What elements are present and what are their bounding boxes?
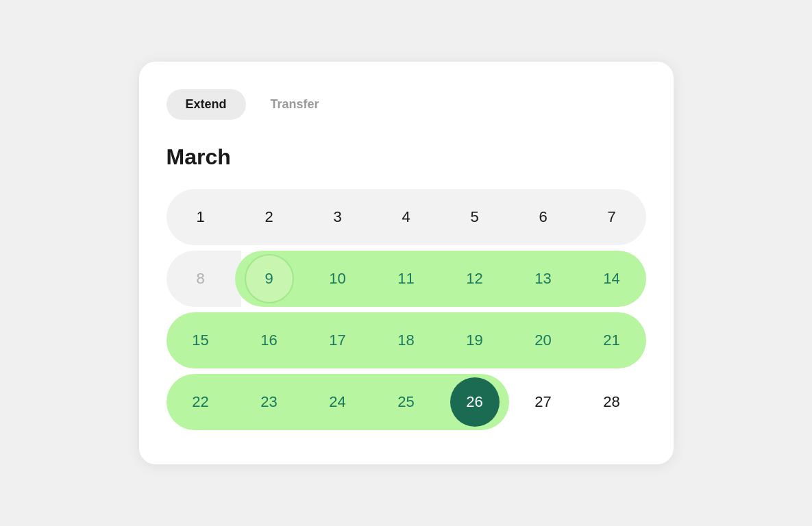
week-row-2: 8 9 10 11 12 13 14 xyxy=(167,251,646,307)
tab-transfer[interactable]: Transfer xyxy=(251,89,339,120)
week-row-4: 22 23 24 25 26 27 28 xyxy=(167,374,646,430)
week-row-1: 1 2 3 4 5 6 7 xyxy=(167,189,646,245)
day-17[interactable]: 17 xyxy=(304,312,372,368)
day-15[interactable]: 15 xyxy=(167,312,235,368)
month-title: March xyxy=(167,145,646,170)
day-14[interactable]: 14 xyxy=(578,251,646,307)
day-9[interactable]: 9 xyxy=(235,251,304,307)
day-4[interactable]: 4 xyxy=(372,189,441,245)
day-3[interactable]: 3 xyxy=(304,189,372,245)
day-20[interactable]: 20 xyxy=(509,312,578,368)
day-10[interactable]: 10 xyxy=(304,251,372,307)
day-23[interactable]: 23 xyxy=(235,374,304,430)
tab-bar: Extend Transfer xyxy=(167,89,646,120)
day-11[interactable]: 11 xyxy=(372,251,441,307)
main-card: Extend Transfer March 1 2 3 4 5 6 7 8 9 … xyxy=(139,62,674,464)
day-27[interactable]: 27 xyxy=(509,374,578,430)
day-26[interactable]: 26 xyxy=(441,374,509,430)
day-28[interactable]: 28 xyxy=(578,374,646,430)
day-5[interactable]: 5 xyxy=(441,189,509,245)
tab-extend[interactable]: Extend xyxy=(167,89,246,120)
day-2[interactable]: 2 xyxy=(235,189,304,245)
day-7[interactable]: 7 xyxy=(578,189,646,245)
day-24[interactable]: 24 xyxy=(304,374,372,430)
day-26-circle: 26 xyxy=(450,377,500,427)
day-16[interactable]: 16 xyxy=(235,312,304,368)
day-13[interactable]: 13 xyxy=(509,251,578,307)
day-18[interactable]: 18 xyxy=(372,312,441,368)
calendar-grid: 1 2 3 4 5 6 7 8 9 10 11 12 13 14 15 16 1… xyxy=(167,189,646,430)
day-12[interactable]: 12 xyxy=(441,251,509,307)
day-9-circle: 9 xyxy=(245,254,294,303)
day-8[interactable]: 8 xyxy=(167,251,235,307)
day-21[interactable]: 21 xyxy=(578,312,646,368)
day-6[interactable]: 6 xyxy=(509,189,578,245)
day-25[interactable]: 25 xyxy=(372,374,441,430)
week-row-3: 15 16 17 18 19 20 21 xyxy=(167,312,646,368)
day-22[interactable]: 22 xyxy=(167,374,235,430)
day-19[interactable]: 19 xyxy=(441,312,509,368)
day-1[interactable]: 1 xyxy=(167,189,235,245)
